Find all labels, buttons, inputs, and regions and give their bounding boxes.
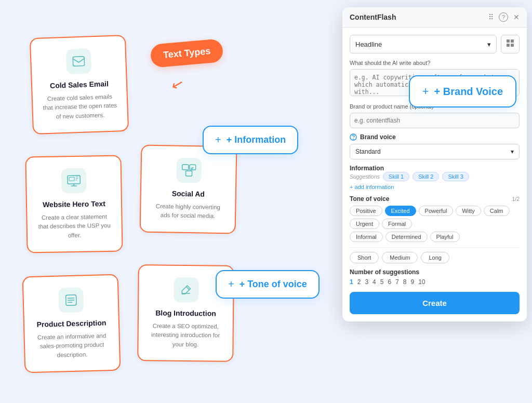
contentflash-panel: ContentFlash ⠿ ? ✕ Headline ▾ [342,7,527,321]
plus-icon: + [422,85,429,98]
skill2-tag[interactable]: Skill 2 [413,172,439,181]
tone-formal[interactable]: Formal [382,219,412,229]
num-6[interactable]: 6 [388,278,391,286]
card-product-title: Product Description [34,318,109,329]
tone-playful[interactable]: Playful [430,232,460,242]
tone-positive[interactable]: Positive [350,206,382,216]
tone-informal[interactable]: Informal [350,232,383,242]
num-10[interactable]: 10 [418,278,425,286]
card-blog-desc: Create a SEO optimized, interesting intr… [148,322,223,350]
ai-label: What should the AI write about? [350,60,520,66]
card-social-title: Social Ad [151,189,226,199]
tone-of-voice-label: + Tone of voice [240,279,307,290]
divider [350,247,520,248]
svg-point-13 [353,139,354,140]
edit-icon [174,277,198,302]
type-select-row: Headline ▾ [350,35,520,53]
help-icon[interactable]: ? [499,12,508,22]
card-website-title: Website Hero Text [36,199,112,210]
svg-rect-8 [507,39,510,43]
brand-voice-section: Brand voice [350,133,520,141]
suggestions-label: Suggestions [350,173,380,180]
tone-header: Tone of voice 1/2 [350,195,520,203]
panel-header-icons: ⠿ ? ✕ [488,12,520,22]
num-4[interactable]: 4 [373,278,376,286]
tone-determined[interactable]: Determined [385,232,428,242]
tone-count: 1/2 [512,196,520,202]
card-blog-title: Blog Introduction [148,308,223,318]
card-cold-email-title: Cold Sales Email [42,78,117,90]
information-title: Information [350,165,520,172]
num-9[interactable]: 9 [411,278,415,286]
plus-icon: + [215,134,221,146]
information-callout[interactable]: + + Information [203,126,298,154]
num-2[interactable]: 2 [357,278,361,286]
information-label: + Information [227,135,286,145]
svg-rect-2 [69,177,74,181]
skill1-tag[interactable]: Skill 1 [383,172,409,181]
card-cold-email-desc: Create cold sales emails that increase t… [42,92,118,122]
close-icon[interactable]: ✕ [513,13,520,21]
social-icon [176,158,202,183]
card-product-desc[interactable]: Product Description Create an informativ… [22,274,121,373]
svg-rect-9 [511,39,514,43]
info-row: Suggestions Skill 1 Skill 2 Skill 3 [350,172,520,181]
tone-section: Tone of voice 1/2 Positive Excited Power… [350,195,520,242]
add-information-link[interactable]: + add information [350,184,520,190]
suggestions-numbers: 1 2 3 4 5 6 7 8 9 10 [350,278,520,286]
card-social-desc: Create highly converting ads for social … [150,202,226,221]
svg-rect-10 [507,44,510,47]
svg-rect-1 [68,176,80,184]
tone-witty[interactable]: Witty [456,206,481,216]
brand-voice-dropdown[interactable]: Standard ▾ [350,144,520,159]
suggestions-section: Number of suggestions 1 2 3 4 5 6 7 8 9 … [350,268,520,286]
brand-voice-icon [350,133,357,141]
svg-rect-4 [182,165,188,170]
num-5[interactable]: 5 [380,278,384,286]
card-product-desc-text: Create an informative and sales-promotin… [34,331,110,360]
length-long[interactable]: Long [421,252,449,263]
create-button[interactable]: Create [350,292,520,314]
brand-voice-title: Brand voice [360,133,396,141]
tone-chips-row2: Informal Determined Playful [350,232,520,242]
num-3[interactable]: 3 [365,278,368,286]
num-7[interactable]: 7 [395,278,399,286]
brand-voice-value: Standard [355,148,381,155]
brand-voice-callout[interactable]: + + Brand Voice [409,75,516,108]
length-medium[interactable]: Medium [382,252,418,263]
tone-powerful[interactable]: Powerful [419,206,454,216]
tone-chips-row1: Positive Excited Powerful Witty Calm Urg… [350,206,520,229]
card-website-desc: Create a clear statement that describes … [36,212,112,240]
type-dropdown-value: Headline [355,41,382,48]
tone-title: Tone of voice [350,195,389,203]
information-section: Information Suggestions Skill 1 Skill 2 … [350,165,520,190]
panel-body: Headline ▾ What should the AI write abou… [342,28,527,321]
chevron-down-icon: ▾ [511,148,514,155]
tone-of-voice-callout[interactable]: + + Tone of voice [216,270,320,299]
brand-voice-label: + Brand Voice [434,86,503,98]
desktop-icon [61,168,86,194]
panel-title: ContentFlash [350,13,396,21]
grid-icon[interactable]: ⠿ [488,13,494,21]
tone-calm[interactable]: Calm [484,206,510,216]
suggestions-title: Number of suggestions [350,268,520,276]
card-cold-email[interactable]: Cold Sales Email Create cold sales email… [30,35,129,135]
card-social-ad[interactable]: Social Ad Create highly converting ads f… [140,144,237,234]
plus-icon: + [228,278,234,290]
card-website-hero[interactable]: Website Hero Text Create a clear stateme… [25,155,123,253]
length-short[interactable]: Short [350,252,379,263]
type-dropdown[interactable]: Headline ▾ [350,35,497,53]
cards-area: Cold Sales Email Create cold sales email… [10,16,281,389]
tone-urgent[interactable]: Urgent [350,219,379,229]
num-1[interactable]: 1 [350,278,353,286]
grid-view-button[interactable] [501,35,520,53]
svg-rect-6 [185,171,192,176]
num-8[interactable]: 8 [403,278,407,286]
list-icon [58,287,84,313]
tone-excited[interactable]: Excited [385,206,416,216]
panel-header: ContentFlash ⠿ ? ✕ [342,7,527,28]
brand-input[interactable] [350,113,520,128]
skill3-tag[interactable]: Skill 3 [442,172,469,181]
length-section: Short Medium Long [350,252,520,263]
svg-rect-11 [511,44,514,47]
